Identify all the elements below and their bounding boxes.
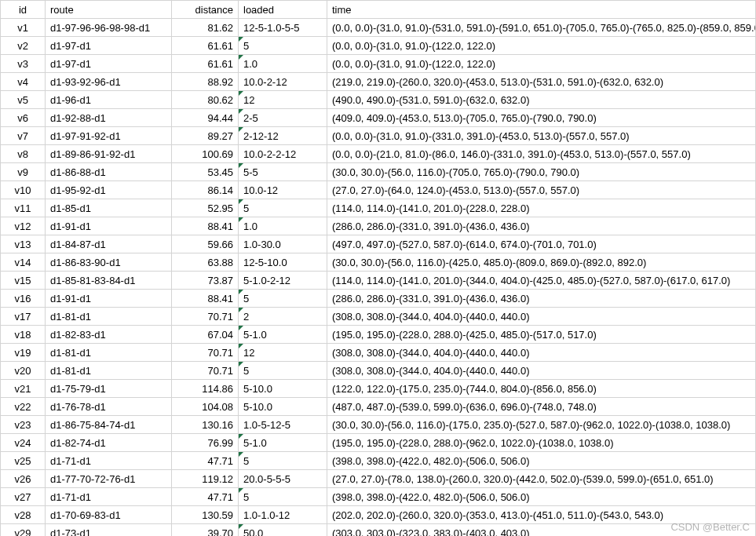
cell-time[interactable]: (30.0, 30.0)-(56.0, 116.0)-(175.0, 235.0… [327, 416, 756, 434]
cell-id[interactable]: v25 [1, 452, 46, 470]
cell-id[interactable]: v23 [1, 416, 46, 434]
cell-loaded[interactable]: 12-5-10.0 [239, 253, 327, 272]
cell-id[interactable]: v11 [1, 199, 46, 217]
cell-route[interactable]: d1-81-d1 [46, 362, 172, 380]
cell-route[interactable]: d1-82-83-d1 [46, 326, 172, 344]
cell-route[interactable]: d1-81-d1 [46, 344, 172, 362]
cell-loaded[interactable]: 2 [239, 308, 327, 326]
cell-distance[interactable]: 119.12 [172, 470, 239, 488]
cell-route[interactable]: d1-86-88-d1 [46, 163, 172, 181]
cell-distance[interactable]: 81.62 [172, 19, 239, 37]
cell-id[interactable]: v20 [1, 362, 46, 380]
cell-id[interactable]: v1 [1, 19, 46, 37]
cell-distance[interactable]: 130.59 [172, 506, 239, 524]
cell-time[interactable]: (398.0, 398.0)-(422.0, 482.0)-(506.0, 50… [327, 452, 756, 470]
cell-loaded[interactable]: 5-1.0-2-12 [239, 272, 327, 290]
cell-distance[interactable]: 86.14 [172, 181, 239, 199]
cell-distance[interactable]: 63.88 [172, 253, 239, 272]
cell-loaded[interactable]: 5 [239, 37, 327, 55]
cell-distance[interactable]: 76.99 [172, 434, 239, 452]
cell-distance[interactable]: 70.71 [172, 308, 239, 326]
cell-loaded[interactable]: 5 [239, 488, 327, 506]
cell-time[interactable]: (286.0, 286.0)-(331.0, 391.0)-(436.0, 43… [327, 217, 756, 235]
cell-route[interactable]: d1-85-81-83-84-d1 [46, 272, 172, 290]
cell-id[interactable]: v7 [1, 127, 46, 145]
cell-loaded[interactable]: 5-5 [239, 163, 327, 181]
cell-loaded[interactable]: 1.0-5-12-5 [239, 416, 327, 434]
cell-time[interactable]: (308.0, 308.0)-(344.0, 404.0)-(440.0, 44… [327, 344, 756, 362]
cell-id[interactable]: v24 [1, 434, 46, 452]
cell-id[interactable]: v27 [1, 488, 46, 506]
cell-time[interactable]: (308.0, 308.0)-(344.0, 404.0)-(440.0, 44… [327, 362, 756, 380]
cell-id[interactable]: v8 [1, 145, 46, 163]
cell-time[interactable]: (0.0, 0.0)-(31.0, 91.0)-(531.0, 591.0)-(… [327, 19, 756, 37]
cell-id[interactable]: v9 [1, 163, 46, 181]
cell-route[interactable]: d1-95-92-d1 [46, 181, 172, 199]
cell-loaded[interactable]: 10.0-2-2-12 [239, 145, 327, 163]
cell-id[interactable]: v12 [1, 217, 46, 235]
cell-distance[interactable]: 94.44 [172, 109, 239, 127]
cell-distance[interactable]: 70.71 [172, 362, 239, 380]
cell-route[interactable]: d1-97-96-96-98-98-d1 [46, 19, 172, 37]
cell-distance[interactable]: 61.61 [172, 37, 239, 55]
cell-id[interactable]: v10 [1, 181, 46, 199]
cell-distance[interactable]: 61.61 [172, 55, 239, 73]
cell-loaded[interactable]: 50.0 [239, 524, 327, 537]
cell-route[interactable]: d1-91-d1 [46, 290, 172, 308]
cell-distance[interactable]: 130.16 [172, 416, 239, 434]
cell-route[interactable]: d1-81-d1 [46, 308, 172, 326]
cell-route[interactable]: d1-75-79-d1 [46, 380, 172, 398]
cell-loaded[interactable]: 5-10.0 [239, 398, 327, 416]
cell-distance[interactable]: 88.92 [172, 73, 239, 91]
cell-distance[interactable]: 73.87 [172, 272, 239, 290]
cell-id[interactable]: v4 [1, 73, 46, 91]
cell-time[interactable]: (490.0, 490.0)-(531.0, 591.0)-(632.0, 63… [327, 91, 756, 109]
cell-time[interactable]: (308.0, 308.0)-(344.0, 404.0)-(440.0, 44… [327, 308, 756, 326]
cell-id[interactable]: v17 [1, 308, 46, 326]
cell-time[interactable]: (195.0, 195.0)-(228.0, 288.0)-(962.0, 10… [327, 434, 756, 452]
cell-loaded[interactable]: 12-5-1.0-5-5 [239, 19, 327, 37]
cell-loaded[interactable]: 5-1.0 [239, 434, 327, 452]
cell-route[interactable]: d1-71-d1 [46, 452, 172, 470]
cell-id[interactable]: v5 [1, 91, 46, 109]
cell-distance[interactable]: 39.70 [172, 524, 239, 537]
cell-id[interactable]: v19 [1, 344, 46, 362]
cell-distance[interactable]: 114.86 [172, 380, 239, 398]
cell-loaded[interactable]: 5-10.0 [239, 380, 327, 398]
cell-route[interactable]: d1-91-d1 [46, 217, 172, 235]
cell-id[interactable]: v6 [1, 109, 46, 127]
cell-distance[interactable]: 80.62 [172, 91, 239, 109]
cell-route[interactable]: d1-84-87-d1 [46, 235, 172, 253]
cell-loaded[interactable]: 12 [239, 91, 327, 109]
cell-route[interactable]: d1-85-d1 [46, 199, 172, 217]
cell-route[interactable]: d1-71-d1 [46, 488, 172, 506]
cell-route[interactable]: d1-89-86-91-92-d1 [46, 145, 172, 163]
cell-time[interactable]: (202.0, 202.0)-(260.0, 320.0)-(353.0, 41… [327, 506, 756, 524]
cell-distance[interactable]: 100.69 [172, 145, 239, 163]
cell-loaded[interactable]: 12 [239, 344, 327, 362]
cell-route[interactable]: d1-86-75-84-74-d1 [46, 416, 172, 434]
cell-id[interactable]: v21 [1, 380, 46, 398]
cell-loaded[interactable]: 1.0 [239, 217, 327, 235]
cell-time[interactable]: (30.0, 30.0)-(56.0, 116.0)-(425.0, 485.0… [327, 253, 756, 272]
cell-loaded[interactable]: 5-1.0 [239, 326, 327, 344]
cell-time[interactable]: (497.0, 497.0)-(527.0, 587.0)-(614.0, 67… [327, 235, 756, 253]
cell-distance[interactable]: 47.71 [172, 452, 239, 470]
cell-id[interactable]: v13 [1, 235, 46, 253]
cell-route[interactable]: d1-82-74-d1 [46, 434, 172, 452]
cell-loaded[interactable]: 1.0-1.0-12 [239, 506, 327, 524]
cell-loaded[interactable]: 5 [239, 452, 327, 470]
cell-time[interactable]: (0.0, 0.0)-(31.0, 91.0)-(122.0, 122.0) [327, 37, 756, 55]
cell-loaded[interactable]: 20.0-5-5-5 [239, 470, 327, 488]
cell-time[interactable]: (27.0, 27.0)-(64.0, 124.0)-(453.0, 513.0… [327, 181, 756, 199]
cell-id[interactable]: v26 [1, 470, 46, 488]
cell-time[interactable]: (114.0, 114.0)-(141.0, 201.0)-(228.0, 22… [327, 199, 756, 217]
cell-loaded[interactable]: 5 [239, 362, 327, 380]
cell-id[interactable]: v16 [1, 290, 46, 308]
cell-time[interactable]: (114.0, 114.0)-(141.0, 201.0)-(344.0, 40… [327, 272, 756, 290]
cell-id[interactable]: v22 [1, 398, 46, 416]
cell-route[interactable]: d1-86-83-90-d1 [46, 253, 172, 272]
cell-loaded[interactable]: 1.0 [239, 55, 327, 73]
cell-distance[interactable]: 70.71 [172, 344, 239, 362]
cell-distance[interactable]: 89.27 [172, 127, 239, 145]
